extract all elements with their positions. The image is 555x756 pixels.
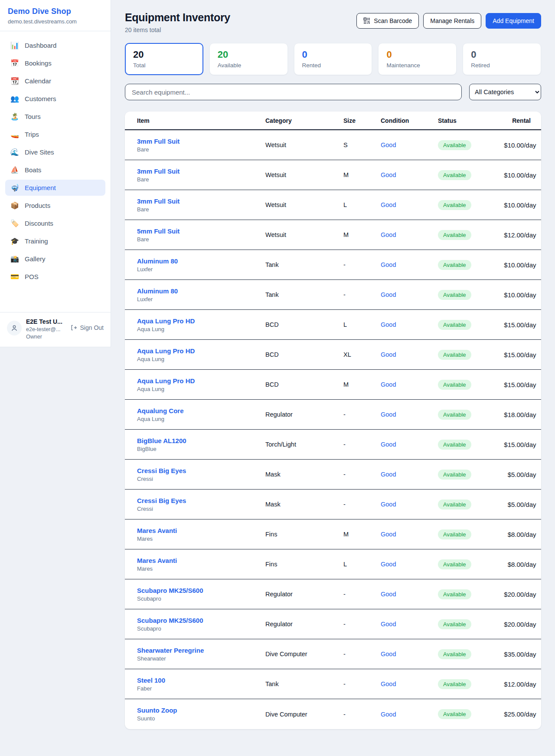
item-name-link[interactable]: 3mm Full Suit: [137, 168, 265, 175]
item-condition-link[interactable]: Good: [381, 291, 438, 298]
sidebar-item-bookings[interactable]: 📅Bookings: [5, 55, 105, 71]
stat-card-available[interactable]: 20Available: [209, 43, 288, 75]
scan-barcode-button[interactable]: Scan Barcode: [356, 13, 419, 29]
search-input[interactable]: [125, 84, 462, 100]
item-size: M: [343, 381, 381, 388]
item-name-link[interactable]: Steel 100: [137, 677, 265, 684]
item-name-link[interactable]: Mares Avanti: [137, 557, 265, 564]
item-category: BCD: [265, 321, 343, 328]
status-badge: Available: [438, 230, 471, 240]
item-size: M: [343, 531, 381, 538]
item-name-link[interactable]: Aqualung Core: [137, 407, 265, 414]
item-name-link[interactable]: Aluminum 80: [137, 287, 265, 295]
item-brand: Scubapro: [137, 625, 265, 632]
item-name-link[interactable]: 3mm Full Suit: [137, 138, 265, 145]
item-brand: Bare: [137, 236, 265, 243]
sidebar-item-tours[interactable]: 🏝️Tours: [5, 108, 105, 125]
sidebar-item-label: Boats: [25, 166, 41, 174]
item-name-link[interactable]: Cressi Big Eyes: [137, 467, 265, 474]
sidebar-item-label: Bookings: [25, 59, 52, 67]
item-name-link[interactable]: Mares Avanti: [137, 527, 265, 534]
sidebar-item-customers[interactable]: 👥Customers: [5, 91, 105, 107]
item-condition-link[interactable]: Good: [381, 141, 438, 148]
stat-card-total[interactable]: 20Total: [125, 43, 203, 75]
avatar: [7, 321, 22, 335]
item-name-link[interactable]: 3mm Full Suit: [137, 197, 265, 205]
item-condition-link[interactable]: Good: [381, 321, 438, 328]
item-name-link[interactable]: Aqua Lung Pro HD: [137, 377, 265, 385]
item-condition-link[interactable]: Good: [381, 501, 438, 508]
stat-value: 20: [218, 49, 280, 60]
item-name-link[interactable]: Cressi Big Eyes: [137, 497, 265, 504]
item-name-link[interactable]: Shearwater Peregrine: [137, 647, 265, 654]
item-condition-link[interactable]: Good: [381, 231, 438, 238]
sidebar-item-training[interactable]: 🎓Training: [5, 233, 105, 249]
item-rental-cell: $15.00/day: [471, 351, 536, 358]
sidebar-item-calendar[interactable]: 📆Calendar: [5, 73, 105, 89]
item-condition-link[interactable]: Good: [381, 591, 438, 598]
item-name-link[interactable]: Scubapro MK25/S600: [137, 587, 265, 594]
item-condition-link[interactable]: Good: [381, 201, 438, 208]
item-size: -: [343, 711, 381, 718]
add-equipment-button[interactable]: Add Equipment: [486, 13, 541, 29]
item-name-link[interactable]: Aqua Lung Pro HD: [137, 347, 265, 355]
table-row: Mares AvantiMaresFinsMGoodAvailable$8.00…: [125, 519, 541, 549]
sidebar-item-dashboard[interactable]: 📊Dashboard: [5, 37, 105, 53]
item-condition-link[interactable]: Good: [381, 531, 438, 538]
sidebar-item-dive-sites[interactable]: 🌊Dive Sites: [5, 144, 105, 160]
sidebar-item-boats[interactable]: ⛵Boats: [5, 162, 105, 178]
item-category: Wetsuit: [265, 171, 343, 178]
item-status-cell: Available: [438, 649, 471, 659]
item-condition-link[interactable]: Good: [381, 171, 438, 178]
item-size: M: [343, 171, 381, 178]
item-rental-cell: $12.00/day: [471, 680, 536, 688]
table-row: 3mm Full SuitBareWetsuitLGoodAvailable$1…: [125, 190, 541, 220]
item-condition-link[interactable]: Good: [381, 381, 438, 388]
item-condition-link[interactable]: Good: [381, 261, 438, 268]
item-status-cell: Available: [438, 589, 471, 599]
manage-rentals-button[interactable]: Manage Rentals: [423, 13, 481, 29]
item-category: Fins: [265, 531, 343, 538]
sidebar-item-pos[interactable]: 💳POS: [5, 269, 105, 285]
item-name-link[interactable]: Suunto Zoop: [137, 707, 265, 714]
item-condition-link[interactable]: Good: [381, 561, 438, 568]
page-title: Equipment Inventory: [125, 11, 230, 24]
item-name-link[interactable]: BigBlue AL1200: [137, 437, 265, 444]
item-condition-link[interactable]: Good: [381, 680, 438, 687]
item-rental-cell: $5.00/day: [471, 471, 536, 478]
item-name-link[interactable]: Scubapro MK25/S600: [137, 617, 265, 624]
item-condition-link[interactable]: Good: [381, 651, 438, 657]
item-condition-link[interactable]: Good: [381, 621, 438, 628]
item-condition-link[interactable]: Good: [381, 351, 438, 358]
status-badge: Available: [438, 290, 471, 300]
stat-card-maintenance[interactable]: 0Maintenance: [378, 43, 457, 75]
item-name-link[interactable]: Aqua Lung Pro HD: [137, 317, 265, 325]
item-cell: BigBlue AL1200BigBlue: [137, 437, 265, 452]
sidebar-item-equipment[interactable]: 🤿Equipment: [5, 180, 105, 196]
table-row: BigBlue AL1200BigBlueTorch/Light-GoodAva…: [125, 430, 541, 460]
status-badge: Available: [438, 350, 471, 360]
item-condition-link[interactable]: Good: [381, 411, 438, 418]
category-select[interactable]: All Categories: [469, 84, 541, 100]
calendar-icon: 📆: [10, 77, 19, 85]
table-body: 3mm Full SuitBareWetsuitSGoodAvailable$1…: [125, 130, 541, 729]
bookings-icon: 📅: [10, 59, 19, 67]
table-row: Aqua Lung Pro HDAqua LungBCDMGoodAvailab…: [125, 370, 541, 400]
item-name-link[interactable]: 5mm Full Suit: [137, 227, 265, 235]
item-name-link[interactable]: Aluminum 80: [137, 257, 265, 265]
sidebar-item-discounts[interactable]: 🏷️Discounts: [5, 215, 105, 231]
sidebar-item-trips[interactable]: 🚤Trips: [5, 126, 105, 142]
stat-card-rented[interactable]: 0Rented: [294, 43, 372, 75]
sidebar-item-gallery[interactable]: 📸Gallery: [5, 251, 105, 267]
item-cell: Scubapro MK25/S600Scubapro: [137, 617, 265, 632]
stat-card-retired[interactable]: 0Retired: [463, 43, 541, 75]
sidebar-item-products[interactable]: 📦Products: [5, 197, 105, 214]
equipment-icon: 🤿: [10, 184, 19, 192]
brand-name[interactable]: Demo Dive Shop: [8, 7, 103, 16]
sign-out-button[interactable]: Sign Out: [70, 324, 104, 331]
item-condition-link[interactable]: Good: [381, 471, 438, 478]
item-brand: Aqua Lung: [137, 326, 265, 332]
item-condition-link[interactable]: Good: [381, 441, 438, 448]
item-condition-link[interactable]: Good: [381, 711, 438, 718]
rental-price: $15.00/day: [504, 381, 536, 388]
